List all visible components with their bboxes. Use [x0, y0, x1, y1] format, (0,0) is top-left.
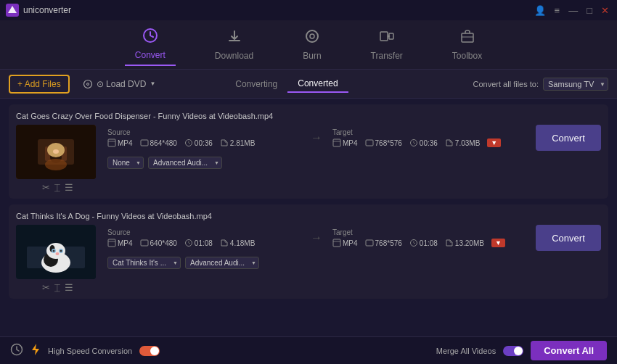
- merge-toggle[interactable]: [503, 346, 523, 356]
- tab-converted[interactable]: Converted: [287, 75, 348, 93]
- source-duration-1: 00:36: [184, 138, 213, 147]
- source-size-2: 4.18MB: [220, 239, 255, 247]
- svg-point-8: [83, 80, 91, 88]
- add-files-button[interactable]: + Add Files: [9, 75, 70, 94]
- target-duration-1: 00:36: [409, 138, 438, 147]
- convert-all-button[interactable]: Convert All: [531, 341, 607, 360]
- target-label-2: Target: [332, 228, 526, 236]
- target-dropdown-btn-2[interactable]: ▼: [491, 239, 505, 247]
- target-dropdown-btn-1[interactable]: ▼: [487, 138, 501, 147]
- bottom-right: Merge All Videos Convert All: [436, 341, 607, 360]
- load-dvd-label: ⊙ Load DVD: [97, 79, 147, 89]
- nav-toolbox-label: Toolbox: [452, 51, 482, 61]
- nav-download[interactable]: Download: [205, 24, 263, 65]
- svg-point-37: [60, 250, 62, 252]
- window-controls: 👤 ≡ — □ ✕: [532, 5, 611, 16]
- app-logo: [6, 4, 19, 17]
- convert-all-files-label: Convert all files to:: [473, 80, 539, 88]
- cat-select-wrap-2: Cat Thinks It's ...: [107, 255, 181, 269]
- svg-rect-21: [141, 140, 148, 146]
- audio-select-1[interactable]: Advanced Audi...: [148, 157, 222, 169]
- nav-transfer[interactable]: Transfer: [361, 24, 413, 65]
- target-format-2: MP4: [332, 239, 358, 247]
- thumbnail-area-1: ✂ ⌶ ☰: [16, 125, 96, 193]
- arrow-icon-1: →: [311, 131, 322, 144]
- nav-toolbox[interactable]: Toolbox: [442, 24, 492, 65]
- target-size-1: 7.03MB: [445, 138, 480, 147]
- main-content: Cat Goes Crazy Over Food Dispenser - Fun…: [0, 99, 617, 336]
- close-button[interactable]: ✕: [599, 5, 611, 16]
- file-item-1: Cat Goes Crazy Over Food Dispenser - Fun…: [9, 104, 608, 199]
- source-box-1: Source MP4 864*480: [102, 125, 306, 150]
- target-size-2: 13.20MB: [445, 239, 484, 247]
- settings-icon-2[interactable]: ☰: [65, 282, 73, 293]
- nav-burn-label: Burn: [303, 51, 321, 61]
- svg-rect-39: [108, 239, 115, 247]
- audio-select-wrap-2: Advanced Audi...: [185, 255, 259, 269]
- svg-point-36: [53, 250, 55, 252]
- cat-select-2[interactable]: Cat Thinks It's ...: [107, 257, 181, 269]
- svg-point-38: [56, 252, 60, 255]
- nav-download-label: Download: [215, 51, 253, 61]
- svg-rect-4: [380, 32, 388, 41]
- thumbnail-area-2: ✂ ⌶ ☰: [16, 225, 96, 293]
- trim-icon-2[interactable]: ✂: [42, 282, 50, 293]
- burn-nav-icon: [304, 28, 320, 48]
- load-dvd-button[interactable]: ⊙ Load DVD ▼: [75, 76, 163, 92]
- file-item-2: Cat Thinks It's A Dog - Funny Videos at …: [9, 204, 608, 299]
- thumb-controls-1: ✂ ⌶ ☰: [39, 182, 73, 193]
- thumbnail-1: [16, 125, 96, 179]
- none-select-wrap-1: None: [107, 155, 144, 169]
- subtitle-icon-2[interactable]: ⌶: [54, 282, 60, 293]
- svg-rect-41: [141, 240, 148, 246]
- load-dvd-dropdown-icon: ▼: [150, 80, 155, 87]
- app-title: uniconverter: [23, 5, 71, 15]
- settings-icon-1[interactable]: ☰: [65, 182, 73, 193]
- nav-convert[interactable]: Convert: [125, 23, 176, 66]
- menu-icon[interactable]: ≡: [552, 5, 563, 16]
- dropdown-row-2: Cat Thinks It's ... Advanced Audi...: [102, 255, 601, 269]
- file-body-2: ✂ ⌶ ☰ Source MP4: [16, 225, 601, 293]
- target-resolution-2: 768*576: [365, 239, 402, 247]
- svg-point-3: [310, 34, 314, 38]
- samsung-tv-select-wrap: Samsung TV: [539, 77, 608, 91]
- navbar: Convert Download Burn Transfer: [0, 20, 617, 70]
- user-icon[interactable]: 👤: [532, 5, 548, 16]
- svg-rect-45: [366, 240, 373, 246]
- clock-icon[interactable]: [10, 343, 23, 359]
- samsung-tv-select[interactable]: Samsung TV: [543, 78, 608, 91]
- titlebar-left: uniconverter: [6, 4, 71, 17]
- convert-button-2[interactable]: Convert: [536, 225, 601, 251]
- source-target-row-2: Source MP4 640*480: [102, 225, 601, 251]
- transfer-nav-icon: [379, 28, 395, 48]
- subtitle-icon-1[interactable]: ⌶: [54, 182, 60, 193]
- high-speed-toggle[interactable]: [139, 346, 160, 356]
- dvd-icon: [83, 79, 93, 89]
- thumb-controls-2: ✂ ⌶ ☰: [39, 282, 73, 293]
- source-info-2: MP4 640*480 01:08: [107, 239, 301, 247]
- svg-marker-0: [8, 6, 17, 13]
- dropdown-row-1: None Advanced Audi...: [102, 155, 601, 169]
- target-format-1: MP4: [332, 138, 358, 147]
- titlebar: uniconverter 👤 ≡ — □ ✕: [0, 0, 617, 20]
- trim-icon-1[interactable]: ✂: [42, 182, 50, 193]
- svg-rect-19: [108, 139, 115, 146]
- svg-rect-23: [333, 139, 340, 146]
- file-details-1: Source MP4 864*480: [102, 125, 601, 169]
- file-name-2: Cat Thinks It's A Dog - Funny Videos at …: [16, 212, 601, 220]
- minimize-button[interactable]: —: [566, 5, 580, 16]
- target-box-1: Target MP4 768*576: [327, 125, 531, 150]
- maximize-button[interactable]: □: [584, 5, 594, 16]
- audio-select-2[interactable]: Advanced Audi...: [185, 257, 259, 269]
- tab-converting[interactable]: Converting: [225, 75, 287, 93]
- source-box-2: Source MP4 640*480: [102, 226, 306, 250]
- svg-point-18: [53, 149, 59, 154]
- nav-convert-label: Convert: [135, 50, 166, 60]
- audio-select-wrap-1: Advanced Audi...: [148, 155, 222, 169]
- bottombar: High Speed Conversion Merge All Videos C…: [0, 336, 617, 364]
- none-select-1[interactable]: None: [107, 157, 144, 169]
- source-label-1: Source: [107, 128, 301, 136]
- nav-burn[interactable]: Burn: [293, 24, 331, 65]
- convert-button-1[interactable]: Convert: [536, 125, 601, 151]
- svg-point-9: [86, 83, 89, 85]
